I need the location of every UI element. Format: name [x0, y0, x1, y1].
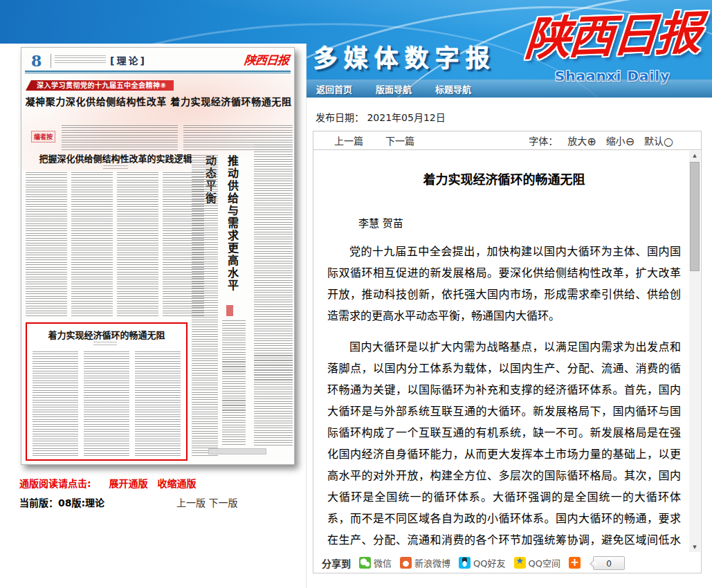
share-label: 分享到	[322, 556, 351, 570]
newspaper-text-column	[33, 351, 78, 457]
font-default-button[interactable]: 默认○	[644, 134, 673, 148]
brand-logo: 陕西日报 Shaanxi Daily	[513, 1, 711, 84]
zoom-out-icon: ⊖	[626, 135, 635, 148]
article-content: 着力实现经济循环的畅通无阻 李慧 贺苗 党的十九届五中全会提出，加快构建以国内大…	[313, 150, 689, 553]
digital-newspaper-reader: 多媒体数字报 陕西日报 Shaanxi Daily 返回首页 版面导航 标题导航…	[0, 0, 712, 588]
newspaper-text-column	[84, 351, 129, 457]
publish-date-value: 2021年05月12日	[367, 112, 445, 123]
article-title: 着力实现经济循环的畅通无阻	[327, 169, 681, 187]
newspaper-series-ribbon: 深入学习贯彻党的十九届五中全会精神⑧	[26, 80, 174, 91]
zoom-in-icon: ⊕	[587, 135, 596, 148]
article-paragraph: 党的十九届五中全会提出，加快构建以国内大循环为主体、国内国际双循环相互促进的新发…	[327, 241, 681, 327]
wechat-icon	[359, 557, 371, 569]
article1-headline: 把握深化供给侧结构性改革的实践逻辑	[21, 151, 210, 165]
nav-item-page-nav[interactable]: 版面导航	[376, 82, 426, 95]
newspaper-text-column	[117, 172, 158, 316]
font-size-label: 字体：	[529, 134, 558, 147]
article-body: 党的十九届五中全会提出，加快构建以国内大循环为主体、国内国际双循环相互促进的新发…	[327, 241, 681, 553]
share-more-button[interactable]	[569, 557, 581, 569]
newspaper-text-column	[26, 172, 67, 316]
next-article-button[interactable]: 下一篇	[385, 134, 414, 147]
page-nav-links: 上一版 下一版	[176, 495, 237, 509]
next-page-link[interactable]: 下一版	[208, 497, 237, 508]
newspaper-page-panel: 8 [理论] 陕西日报 深入学习贯彻党的十九届五中全会精神⑧ 凝神聚力深化供给侧…	[0, 44, 307, 588]
divider	[25, 71, 291, 73]
article-content-box: 着力实现经济循环的畅通无阻 李慧 贺苗 党的十九届五中全会提出，加快构建以国内大…	[313, 149, 702, 553]
share-qq-label: QQ好友	[473, 556, 505, 569]
divider	[51, 54, 51, 68]
current-page-row: 当前版：08版:理论	[19, 495, 104, 509]
highlighted-article-headline: 着力实现经济循环的畅通无阻	[27, 328, 186, 341]
font-zoom-in-button[interactable]: 放大⊕	[567, 134, 596, 148]
qzone-star-icon	[514, 557, 526, 569]
font-default-label: 默认	[644, 136, 664, 147]
share-qzone-button[interactable]: QQ空间	[514, 556, 560, 569]
article2-vertical-headline: 推动供给与需求更高水平动态平衡	[221, 155, 243, 302]
scrollbar-up-arrow-icon[interactable]: ▲	[689, 151, 700, 160]
article2-author-mark	[226, 305, 233, 316]
article1-author	[103, 165, 128, 169]
font-zoom-out-button[interactable]: 缩小⊖	[606, 134, 635, 148]
article-scrollbar[interactable]: ▲ ▼	[689, 151, 700, 552]
weibo-icon	[400, 557, 412, 569]
highlighted-article-author	[93, 342, 117, 345]
qq-icon	[459, 557, 471, 569]
publish-date-label: 发布日期：	[316, 112, 364, 123]
newspaper-text-column	[254, 145, 293, 446]
expand-spread-link[interactable]: 展开通版	[109, 478, 148, 489]
newspaper-section-name: [理论]	[110, 53, 147, 67]
share-weibo-label: 新浪微博	[414, 556, 450, 569]
article-author: 李慧 贺苗	[327, 215, 681, 230]
nav-item-home[interactable]: 返回首页	[316, 82, 366, 95]
newspaper-text-column	[192, 155, 218, 457]
newspaper-page-image[interactable]: 8 [理论] 陕西日报 深入学习贯彻党的十九届五中全会精神⑧ 凝神聚力深化供给侧…	[21, 47, 295, 465]
spread-links-row: 通版阅读请点击:展开通版收缩通版	[19, 476, 197, 490]
font-zoom-in-label: 放大	[567, 136, 587, 147]
scrollbar-down-arrow-icon[interactable]: ▼	[689, 542, 700, 552]
share-wechat-button[interactable]: 微信	[359, 556, 392, 569]
font-default-icon: ○	[664, 135, 673, 148]
newspaper-main-headline: 凝神聚力深化供给侧结构性改革 着力实现经济循环畅通无阻	[24, 94, 293, 108]
prev-page-link[interactable]: 上一版	[176, 497, 206, 508]
collapse-spread-link[interactable]: 收缩通版	[158, 478, 197, 489]
newspaper-text-column	[222, 320, 246, 446]
plus-icon	[569, 557, 581, 569]
newspaper-text-column	[71, 172, 113, 316]
newspaper-text-column	[62, 125, 178, 151]
font-zoom-out-label: 缩小	[606, 136, 626, 147]
current-page-label: 当前版：08版:理论	[19, 497, 104, 508]
highlighted-article-box[interactable]: 着力实现经济循环的畅通无阻	[26, 322, 188, 461]
newspaper-contact-box	[208, 448, 266, 454]
newspaper-masthead: 陕西日报	[244, 50, 290, 68]
share-wechat-label: 微信	[374, 556, 392, 569]
nav-bar: 返回首页 版面导航 标题导航	[307, 80, 712, 98]
site-name: 多媒体数字报	[313, 39, 496, 74]
newspaper-page-number: 8	[31, 52, 42, 70]
share-weibo-button[interactable]: 新浪微博	[400, 556, 450, 569]
publish-date: 发布日期： 2021年05月12日	[316, 110, 446, 124]
newspaper-date-lines	[55, 55, 106, 65]
share-qzone-label: QQ空间	[529, 556, 560, 569]
scrollbar-thumb[interactable]	[690, 162, 700, 271]
spread-hint-label: 通版阅读请点击:	[19, 478, 91, 489]
share-qq-button[interactable]: QQ好友	[459, 556, 505, 569]
share-count-badge: 0	[593, 556, 625, 570]
article-paragraph: 国内大循环是以扩大内需为战略基点，以满足国内需求为出发点和落脚点，以国内分工体系…	[327, 336, 681, 553]
nav-item-title-nav[interactable]: 标题导航	[435, 82, 485, 95]
article-toolbar: 上一篇 下一篇 字体： 放大⊕ 缩小⊖ 默认○	[313, 131, 702, 150]
editor-note-label: 编者按	[31, 131, 55, 143]
share-bar: 分享到 微信 新浪微博 QQ好友 QQ空间 0	[313, 553, 702, 573]
prev-article-button[interactable]: 上一篇	[334, 134, 363, 147]
shaanxi-daily-logo: 陕西日报	[511, 0, 712, 74]
newspaper-text-column	[135, 351, 181, 457]
article-reader-panel: 发布日期： 2021年05月12日 上一篇 下一篇 字体： 放大⊕ 缩小⊖ 默认…	[307, 98, 712, 588]
